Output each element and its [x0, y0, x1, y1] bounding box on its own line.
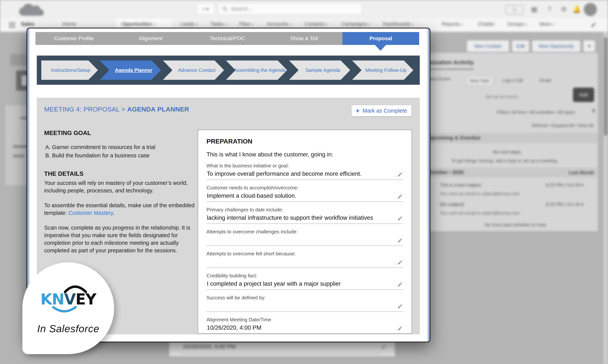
field-attempts-include: Attempts to overcome challenges include:: [207, 229, 403, 246]
gear-glyph: ⚙: [561, 5, 567, 13]
meeting-goal-heading: MEETING GOAL: [44, 130, 196, 136]
meeting-goal-item-a: A. Garner commitment to resources for a …: [45, 143, 196, 151]
setup-gear-icon[interactable]: ⚙: [559, 5, 569, 14]
field-label: What is the business initiative or goal:: [207, 163, 403, 169]
nav-item-accounts[interactable]: Accounts▾: [267, 21, 291, 27]
field-label: Primary challenges to date include:: [207, 207, 403, 212]
help-icon[interactable]: ?: [544, 5, 554, 14]
nav-item-campaigns[interactable]: Campaigns▾: [341, 21, 370, 27]
filter-funnel-icon[interactable]: [591, 109, 596, 114]
field-label: Success will be defined by:: [207, 295, 403, 300]
activity-refresh-row[interactable]: Refresh • Expand All • View All: [532, 123, 594, 128]
help-glyph: ?: [547, 5, 551, 13]
chevron-down-icon: ▾: [326, 23, 328, 26]
favorites-icon[interactable]: ☆: [506, 5, 523, 14]
search-placeholder: Search...: [231, 6, 252, 12]
chevron-down-icon: ▾: [369, 23, 370, 26]
chevron-down-icon: ▾: [461, 23, 463, 26]
pencil-icon[interactable]: [397, 282, 403, 287]
nav-item-opportunities[interactable]: Opportunities▾: [121, 21, 155, 27]
chevron-down-icon: ▾: [526, 23, 527, 26]
no-next-steps: No next steps.: [493, 149, 522, 155]
tab-customer-profile[interactable]: Customer Profile: [36, 32, 112, 45]
preparation-intro: This is what I know about the customer, …: [207, 151, 403, 158]
waffle-icon[interactable]: [8, 21, 16, 29]
record-actions-more-button[interactable]: ▾: [583, 40, 595, 52]
nav-item-leads[interactable]: Leads▾: [181, 21, 198, 27]
chevron-down-icon: ▾: [153, 23, 155, 26]
nav-item-contacts[interactable]: Contacts▾: [304, 21, 328, 27]
search-scope-selector[interactable]: « ▾: [196, 3, 215, 15]
step-instructions-setup[interactable]: Instructions/Setup: [41, 61, 98, 80]
bell-glyph: 🔔: [572, 5, 581, 13]
activity-compose-input[interactable]: Set up an event...: [485, 94, 521, 99]
nav-item-groups[interactable]: Groups▾: [507, 21, 527, 27]
pencil-icon[interactable]: [397, 303, 403, 309]
chevron-down-icon: ▾: [412, 23, 414, 26]
nav-item-files[interactable]: Files▾: [239, 21, 253, 27]
pencil-icon[interactable]: [397, 171, 403, 177]
activity-item-title[interactable]: [No subject]: [440, 202, 464, 207]
field-value: 10/26/2020, 4:00 PM: [207, 323, 403, 334]
nav-item-reports[interactable]: Reports▾: [442, 21, 463, 27]
activity-item-title[interactable]: This is a test subject: [440, 182, 481, 188]
activity-tab-email[interactable]: Email: [540, 76, 551, 85]
app-launcher-icon[interactable]: ▦: [529, 5, 539, 14]
milestone-tabs: Customer Profile Alignment Technical/POC…: [36, 32, 419, 45]
nav-item-more[interactable]: More▾: [540, 21, 555, 27]
step-assembling-the-agenda[interactable]: Assembling the Agenda: [226, 61, 287, 80]
details-para3: Scan now, complete as you progress in th…: [44, 224, 196, 254]
field-value: lacking internal infrastructure to suppo…: [207, 212, 403, 224]
nav-item-home[interactable]: Home: [63, 21, 76, 27]
mark-as-complete-label: Mark as Complete: [362, 108, 407, 114]
activity-filters-row[interactable]: Filters: All time • All activities • All…: [497, 110, 575, 115]
tab-technical-poc[interactable]: Technical/POC: [189, 32, 266, 45]
screen: « ▾ Search... ☆ ▦ ? ⚙ 🔔 Sales Home Oppor…: [0, 0, 608, 364]
customer-mastery-link[interactable]: Customer Mastery: [68, 210, 113, 216]
edit-nav-pencil-icon[interactable]: [591, 22, 596, 28]
svg-text:KNVEY: KNVEY: [40, 290, 97, 308]
notifications-bell-icon[interactable]: 🔔: [572, 5, 582, 14]
search-icon: [222, 6, 228, 12]
edit-button[interactable]: Edit: [512, 40, 529, 52]
pencil-icon[interactable]: [381, 344, 386, 349]
activity-item-time: 8:20 PM | Oct 26 ▾: [546, 182, 583, 188]
nav-item-chatter[interactable]: Chatter: [478, 21, 495, 27]
plus-icon: +: [356, 107, 360, 115]
no-more-activities: No more past activities to load.: [485, 222, 547, 228]
pencil-icon[interactable]: [397, 325, 403, 331]
mark-as-complete-button[interactable]: + Mark as Complete: [351, 105, 411, 116]
nav-item-dashboards[interactable]: Dashboards▾: [383, 21, 414, 27]
user-avatar[interactable]: [583, 3, 597, 16]
global-search[interactable]: Search...: [218, 3, 362, 15]
step-meeting-follow-up[interactable]: Meeting Follow-Up: [352, 61, 413, 80]
tab-show-and-tell[interactable]: Show & Tell: [266, 32, 342, 45]
field-label: Attempts to overcome fell short because:: [207, 251, 403, 257]
page-title-prefix: MEETING 4: PROPOSAL >: [44, 106, 125, 113]
field-primary-challenges: Primary challenges to date include: lack…: [207, 207, 403, 224]
new-opportunity-button[interactable]: New Opportunity: [532, 40, 581, 52]
step-agenda-planner[interactable]: Agenda Planner: [100, 61, 161, 80]
pencil-icon[interactable]: [397, 260, 403, 265]
add-button[interactable]: Add: [573, 88, 594, 102]
preparation-box: PREPARATION This is what I know about th…: [198, 130, 412, 334]
upcoming-overdue-label: Upcoming & Overdue: [428, 135, 480, 141]
tab-alignment[interactable]: Alignment: [112, 32, 189, 45]
step-sample-agenda[interactable]: Sample Agenda: [289, 61, 350, 80]
details-para2: To assemble the essential details, make …: [44, 202, 196, 217]
nav-item-tasks[interactable]: Tasks▾: [210, 21, 227, 27]
scope-glyphs: « ▾: [202, 6, 209, 12]
no-next-steps-sub: To get things moving, add a task or set …: [451, 158, 558, 163]
pencil-icon[interactable]: [397, 194, 403, 199]
pencil-icon[interactable]: [397, 216, 403, 221]
activity-tab-log-a-call[interactable]: Log a Call: [502, 76, 523, 85]
meeting-goal-item-b: B. Build the foundation for a business c…: [45, 151, 196, 160]
pencil-icon[interactable]: [397, 237, 403, 243]
step-advance-contact[interactable]: Advance Contact: [163, 61, 224, 80]
scrollbar-thumb[interactable]: [604, 37, 608, 136]
activity-tab-new-event[interactable]: New Event: [428, 76, 451, 81]
knvey-logo: KNVEY: [37, 282, 100, 316]
new-contact-button[interactable]: New Contact: [467, 40, 509, 52]
activity-tab-new-task[interactable]: New Task: [466, 76, 493, 85]
tab-proposal[interactable]: Proposal: [342, 32, 419, 45]
